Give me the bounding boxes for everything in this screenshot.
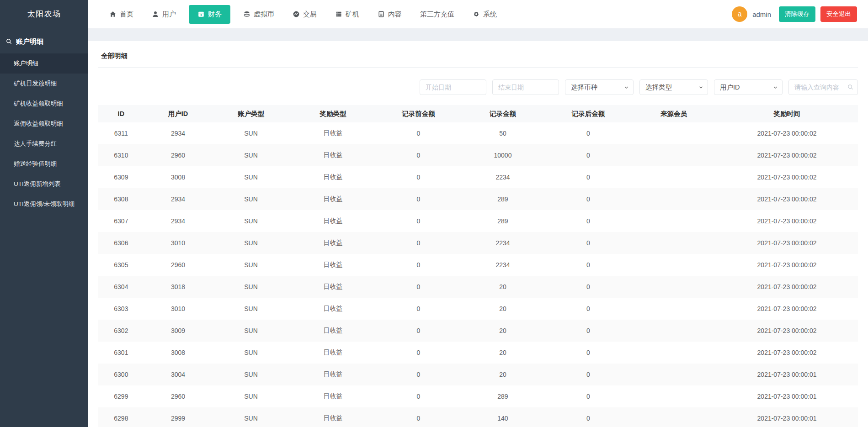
sidebar-item[interactable]: 赠送经验值明细 xyxy=(0,154,88,174)
sidebar-item[interactable]: UTI返佣新增列表 xyxy=(0,174,88,194)
type-select-value: 选择类型 xyxy=(645,83,672,92)
table-cell: 0 xyxy=(545,254,631,276)
table-cell xyxy=(632,364,716,385)
topnav-item-label: 交易 xyxy=(303,10,317,19)
miner-icon xyxy=(335,11,342,18)
table-cell: 0 xyxy=(545,166,631,188)
sidebar-section-label: 账户明细 xyxy=(16,37,43,46)
table-cell: 0 xyxy=(376,166,460,188)
table-cell: 日收益 xyxy=(290,210,376,232)
topnav-item-content[interactable]: 内容 xyxy=(372,5,407,23)
topnav-item-home[interactable]: 首页 xyxy=(104,5,139,23)
table-cell: 日收益 xyxy=(290,144,376,166)
table-cell: 2934 xyxy=(144,210,213,232)
home-icon xyxy=(109,11,117,18)
table-cell: 2021-07-23 00:00:02 xyxy=(716,188,858,210)
sidebar-item[interactable]: UTI返佣领/未领取明细 xyxy=(0,194,88,214)
table-cell: 6302 xyxy=(98,320,144,342)
userid-select[interactable]: 用户ID xyxy=(714,79,783,95)
topbar: 首页用户¥财务虚拟币交易矿机内容第三方充值系统 a admin 清除缓存 安全退… xyxy=(88,0,868,28)
sidebar-item[interactable]: 返佣收益领取明细 xyxy=(0,114,88,134)
sidebar-item[interactable]: 账户明细 xyxy=(0,53,88,74)
topnav-item-label: 矿机 xyxy=(346,10,359,19)
sidebar: 太阳农场 账户明细 账户明细矿机日发放明细矿机收益领取明细返佣收益领取明细达人手… xyxy=(0,0,88,427)
table-cell: 2234 xyxy=(461,232,545,254)
table-cell: 2960 xyxy=(144,144,213,166)
sidebar-item[interactable]: 矿机收益领取明细 xyxy=(0,94,88,114)
tab-all-details[interactable]: 全部明细 xyxy=(101,52,128,59)
table-cell: 日收益 xyxy=(290,232,376,254)
table-cell xyxy=(632,144,716,166)
table-cell xyxy=(632,342,716,364)
table-cell: 日收益 xyxy=(290,385,376,407)
table-cell xyxy=(632,385,716,407)
type-select[interactable]: 选择类型 xyxy=(639,79,708,95)
search-box xyxy=(788,79,858,95)
topnav-item-label: 虚拟币 xyxy=(254,10,274,19)
topnav-item-label: 内容 xyxy=(388,10,402,19)
table-cell: 2021-07-23 00:00:01 xyxy=(716,364,858,385)
table-cell: 10000 xyxy=(461,144,545,166)
table-cell: 0 xyxy=(545,407,631,427)
table-cell: 6298 xyxy=(98,407,144,427)
search-icon xyxy=(5,38,12,46)
table-cell: SUN xyxy=(212,254,290,276)
avatar-letter: a xyxy=(738,10,742,18)
table-cell xyxy=(632,254,716,276)
table-cell: 0 xyxy=(545,210,631,232)
table-cell: SUN xyxy=(212,232,290,254)
chevron-down-icon xyxy=(773,85,778,90)
topnav-item-recharge[interactable]: 第三方充值 xyxy=(415,5,460,23)
table-cell xyxy=(632,298,716,320)
table-header-cell: 奖励时间 xyxy=(716,105,858,122)
logout-button[interactable]: 安全退出 xyxy=(820,6,857,22)
table-header-cell: ID xyxy=(98,105,144,122)
table-cell: 6301 xyxy=(98,342,144,364)
table-cell: 0 xyxy=(376,342,460,364)
table-cell: 0 xyxy=(545,364,631,385)
avatar[interactable]: a xyxy=(732,6,747,22)
topnav-item-miner[interactable]: 矿机 xyxy=(330,5,365,23)
table-header-row: ID用户ID账户类型奖励类型记录前金额记录金额记录后金额来源会员奖励时间 xyxy=(98,105,858,122)
topnav-item-coins[interactable]: 虚拟币 xyxy=(238,5,280,23)
table-cell: 0 xyxy=(376,188,460,210)
table-cell: 6304 xyxy=(98,276,144,298)
topnav-item-trade[interactable]: 交易 xyxy=(287,5,322,23)
table-cell: 0 xyxy=(545,320,631,342)
table-cell xyxy=(632,210,716,232)
table-cell: 2999 xyxy=(144,407,213,427)
table-cell: 日收益 xyxy=(290,298,376,320)
table-cell: 2021-07-23 00:00:02 xyxy=(716,254,858,276)
table-cell: 20 xyxy=(461,342,545,364)
currency-select[interactable]: 选择币种 xyxy=(565,79,634,95)
table-cell: 日收益 xyxy=(290,166,376,188)
table-cell: 日收益 xyxy=(290,188,376,210)
sidebar-item[interactable]: 矿机日发放明细 xyxy=(0,74,88,94)
table-cell: 3004 xyxy=(144,364,213,385)
table-cell: 0 xyxy=(376,320,460,342)
table-cell: SUN xyxy=(212,320,290,342)
topbar-right: a admin 清除缓存 安全退出 xyxy=(732,6,868,22)
topnav-item-user[interactable]: 用户 xyxy=(146,5,181,23)
table-header-cell: 来源会员 xyxy=(632,105,716,122)
end-date-input[interactable] xyxy=(492,79,559,95)
table-cell: 289 xyxy=(461,210,545,232)
table-cell: 50 xyxy=(461,122,545,144)
search-icon[interactable] xyxy=(847,84,854,92)
table-cell: 0 xyxy=(376,144,460,166)
table-row: 62982999SUN日收益014002021-07-23 00:00:01 xyxy=(98,407,858,427)
table-cell: SUN xyxy=(212,342,290,364)
table-cell: 日收益 xyxy=(290,342,376,364)
table-cell: SUN xyxy=(212,210,290,232)
topnav-item-gear[interactable]: 系统 xyxy=(467,5,502,23)
topnav-item-label: 用户 xyxy=(162,10,176,19)
sidebar-item[interactable]: 达人手续费分红 xyxy=(0,134,88,154)
table-cell: 3009 xyxy=(144,320,213,342)
topnav-item-finance[interactable]: ¥财务 xyxy=(189,5,230,24)
sidebar-section-header: 账户明细 xyxy=(0,28,88,53)
clear-cache-button[interactable]: 清除缓存 xyxy=(779,6,815,22)
start-date-input[interactable] xyxy=(420,79,486,95)
table-cell xyxy=(632,320,716,342)
table-cell: 0 xyxy=(376,254,460,276)
table-cell: 6305 xyxy=(98,254,144,276)
